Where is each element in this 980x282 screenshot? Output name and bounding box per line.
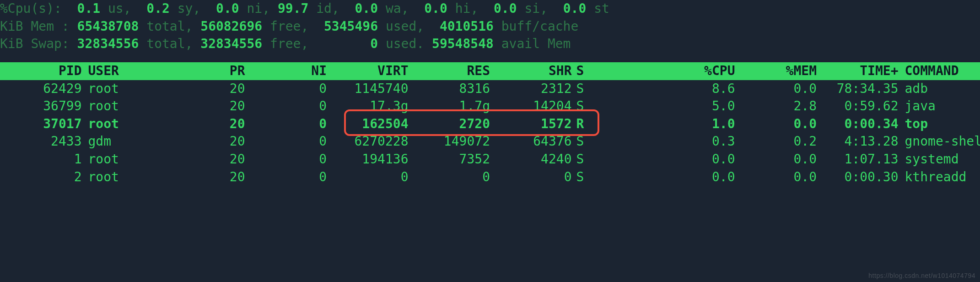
cell-res: 7352 — [409, 151, 490, 168]
cell-cpu: 5.0 — [653, 98, 735, 115]
cell-user: root — [82, 115, 164, 133]
cell-ni: 0 — [245, 115, 327, 133]
cell-res: 1.7g — [409, 98, 490, 115]
cell-virt: 17.3g — [327, 98, 409, 115]
cell-cmd: systemd — [899, 151, 980, 168]
cell-res: 2720 — [409, 115, 490, 133]
cell-shr: 4240 — [490, 151, 572, 168]
cell-time: 0:59.62 — [817, 98, 899, 115]
cell-pid: 1 — [0, 151, 82, 168]
col-s: S — [572, 62, 654, 80]
cell-time: 1:07.13 — [817, 151, 899, 168]
cell-pid: 37017 — [0, 115, 82, 133]
col-shr: SHR — [490, 62, 572, 80]
cell-mem: 0.0 — [735, 115, 817, 133]
cell-pr: 20 — [163, 98, 245, 115]
table-row: 2root200000S0.00.00:00.30kthreadd — [0, 168, 980, 186]
col-pr: PR — [163, 62, 245, 80]
cell-res: 8316 — [409, 80, 490, 98]
cell-time: 0:00.30 — [817, 168, 899, 186]
cell-s: S — [572, 151, 654, 168]
cell-user: root — [82, 80, 164, 98]
process-table: PID USER PR NI VIRT RES SHR S %CPU %MEM … — [0, 53, 980, 186]
cell-mem: 0.2 — [735, 133, 817, 151]
cell-cpu: 8.6 — [653, 80, 735, 98]
process-table-header: PID USER PR NI VIRT RES SHR S %CPU %MEM … — [0, 62, 980, 80]
col-ni: NI — [245, 62, 327, 80]
cpu-summary-line: %Cpu(s): 0.1 us, 0.2 sy, 0.0 ni, 99.7 id… — [0, 0, 980, 18]
cell-pr: 20 — [163, 115, 245, 133]
cell-virt: 1145740 — [327, 80, 409, 98]
cell-s: S — [572, 168, 654, 186]
cell-s: S — [572, 133, 654, 151]
cell-ni: 0 — [245, 133, 327, 151]
cell-pr: 20 — [163, 133, 245, 151]
cell-s: R — [572, 115, 654, 133]
cell-user: root — [82, 151, 164, 168]
cell-mem: 2.8 — [735, 98, 817, 115]
cell-cpu: 0.0 — [653, 168, 735, 186]
cell-cmd: java — [899, 98, 980, 115]
cell-shr: 2312 — [490, 80, 572, 98]
cell-mem: 0.0 — [735, 80, 817, 98]
cell-s: S — [572, 98, 654, 115]
cell-cmd: kthreadd — [899, 168, 980, 186]
cell-pr: 20 — [163, 168, 245, 186]
swap-summary-line: KiB Swap: 32834556 total, 32834556 free,… — [0, 35, 980, 53]
cell-ni: 0 — [245, 80, 327, 98]
watermark-text: https://blog.csdn.net/w1014074794 — [868, 271, 975, 280]
col-pid: PID — [0, 62, 82, 80]
table-row: 62429root200114574083162312S8.60.078:34.… — [0, 80, 980, 98]
cell-ni: 0 — [245, 151, 327, 168]
table-row: 1root20019413673524240S0.00.01:07.13syst… — [0, 151, 980, 168]
cell-shr: 64376 — [490, 133, 572, 151]
cell-shr: 1572 — [490, 115, 572, 133]
col-cmd: COMMAND — [899, 62, 980, 80]
cell-res: 149072 — [409, 133, 490, 151]
col-res: RES — [409, 62, 490, 80]
cell-mem: 0.0 — [735, 151, 817, 168]
cell-s: S — [572, 80, 654, 98]
cell-virt: 162504 — [327, 115, 409, 133]
cell-res: 0 — [409, 168, 490, 186]
cell-pid: 2 — [0, 168, 82, 186]
col-mem: %MEM — [735, 62, 817, 80]
cell-user: root — [82, 168, 164, 186]
cell-user: root — [82, 98, 164, 115]
cell-time: 4:13.28 — [817, 133, 899, 151]
col-time: TIME+ — [817, 62, 899, 80]
cell-cpu: 1.0 — [653, 115, 735, 133]
cell-pid: 2433 — [0, 133, 82, 151]
cell-cmd: adb — [899, 80, 980, 98]
cell-mem: 0.0 — [735, 168, 817, 186]
cell-pr: 20 — [163, 80, 245, 98]
cell-cpu: 0.3 — [653, 133, 735, 151]
cell-shr: 14204 — [490, 98, 572, 115]
cell-cmd: top — [899, 115, 980, 133]
cell-virt: 0 — [327, 168, 409, 186]
table-row: 36799root20017.3g1.7g14204S5.02.80:59.62… — [0, 98, 980, 115]
col-virt: VIRT — [327, 62, 409, 80]
cell-virt: 6270228 — [327, 133, 409, 151]
table-row: 2433gdm200627022814907264376S0.30.24:13.… — [0, 133, 980, 151]
mem-summary-line: KiB Mem : 65438708 total, 56082696 free,… — [0, 18, 980, 36]
cell-ni: 0 — [245, 98, 327, 115]
col-cpu: %CPU — [653, 62, 735, 80]
cell-ni: 0 — [245, 168, 327, 186]
cell-time: 0:00.34 — [817, 115, 899, 133]
cell-virt: 194136 — [327, 151, 409, 168]
cell-shr: 0 — [490, 168, 572, 186]
cell-pid: 62429 — [0, 80, 82, 98]
col-user: USER — [82, 62, 164, 80]
cell-pr: 20 — [163, 151, 245, 168]
cell-cpu: 0.0 — [653, 151, 735, 168]
cell-cmd: gnome-shell — [899, 133, 980, 151]
table-row: 37017root20016250427201572R1.00.00:00.34… — [0, 115, 980, 133]
cell-user: gdm — [82, 133, 164, 151]
cell-pid: 36799 — [0, 98, 82, 115]
cell-time: 78:34.35 — [817, 80, 899, 98]
